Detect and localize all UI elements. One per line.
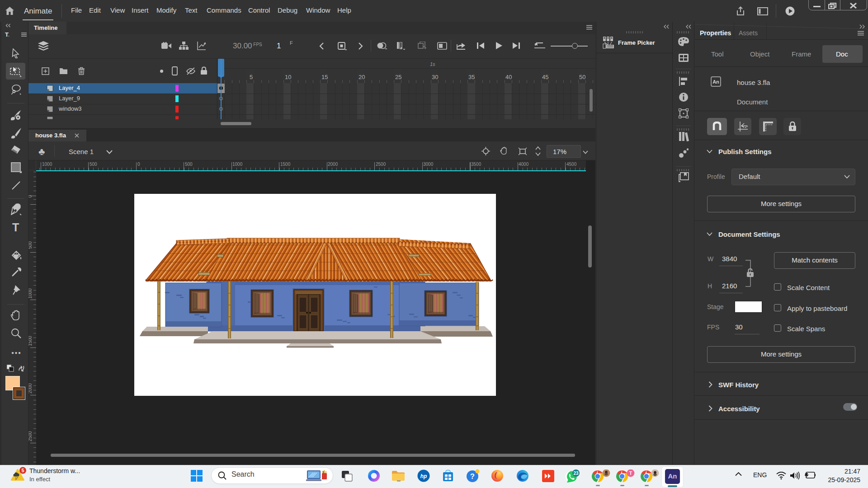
svg-text:23: 23 — [573, 471, 579, 476]
svg-text:hp: hp — [420, 473, 427, 479]
svg-text:5: 5 — [21, 468, 24, 473]
svg-text:T: T — [629, 471, 632, 476]
svg-text:?: ? — [470, 473, 475, 480]
